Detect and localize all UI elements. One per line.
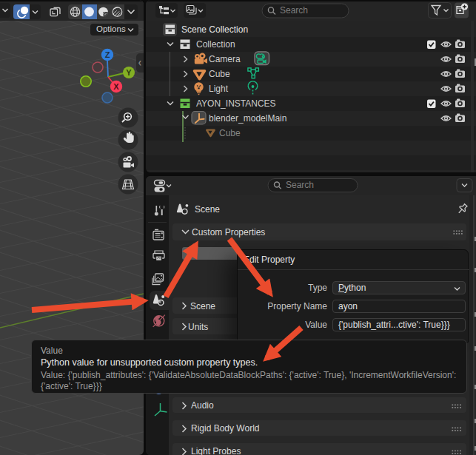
- svg-text:Search: Search: [286, 180, 314, 190]
- svg-text:X: X: [113, 82, 119, 91]
- svg-text:Search: Search: [280, 5, 308, 16]
- svg-text:Y: Y: [126, 68, 132, 77]
- svg-text:Z: Z: [105, 50, 110, 59]
